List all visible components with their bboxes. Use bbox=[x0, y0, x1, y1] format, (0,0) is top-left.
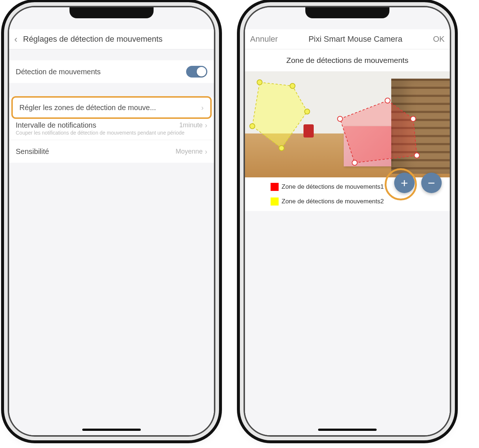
row-label: Régler les zones de détection de mouve..… bbox=[19, 103, 201, 112]
svg-point-7 bbox=[257, 80, 262, 85]
row-sensitivity[interactable]: Sensibilité Moyenne › bbox=[9, 140, 214, 163]
phone-right: Annuler Pixi Smart Mouse Camera OK Zone … bbox=[245, 7, 450, 435]
back-icon[interactable]: ‹ bbox=[14, 34, 23, 45]
highlight-circle-icon bbox=[385, 168, 417, 200]
row-label: Sensibilité bbox=[16, 147, 176, 156]
chevron-right-icon: › bbox=[201, 103, 204, 112]
home-indicator bbox=[318, 429, 377, 431]
notch bbox=[305, 7, 389, 18]
phone-left: ‹ Réglages de détection de mouvements Dé… bbox=[9, 7, 214, 435]
svg-point-11 bbox=[250, 124, 255, 129]
header-bar: ‹ Réglages de détection de mouvements bbox=[9, 29, 214, 49]
svg-point-10 bbox=[279, 146, 284, 151]
svg-point-8 bbox=[290, 83, 295, 89]
section-options: Régler les zones de détection de mouve..… bbox=[9, 98, 214, 163]
empty-area bbox=[9, 163, 214, 435]
chevron-right-icon: › bbox=[205, 147, 207, 156]
toggle-on-icon[interactable] bbox=[186, 66, 207, 78]
row-label: Intervalle de notifications bbox=[16, 121, 179, 129]
zone-polygon-2[interactable] bbox=[245, 71, 450, 177]
camera-preview[interactable] bbox=[245, 71, 450, 177]
row-value: Moyenne bbox=[176, 148, 203, 155]
page-title: Réglages de détection de mouvements bbox=[23, 34, 209, 44]
row-notification-interval[interactable]: Intervalle de notifications 1minute › Co… bbox=[9, 117, 214, 140]
row-label: Détection de mouvements bbox=[16, 68, 186, 76]
cancel-button[interactable]: Annuler bbox=[250, 34, 278, 44]
row-motion-detection[interactable]: Détection de mouvements bbox=[9, 60, 214, 83]
zone-legend-item[interactable]: Zone de détections de mouvements2 bbox=[245, 194, 450, 209]
ok-button[interactable]: OK bbox=[433, 34, 445, 44]
section-toggle: Détection de mouvements bbox=[9, 60, 214, 83]
zone-label: Zone de détections de mouvements2 bbox=[282, 198, 384, 205]
home-indicator bbox=[82, 429, 141, 431]
section-title: Zone de détections de mouvements bbox=[245, 49, 450, 71]
zone-color-swatch bbox=[271, 197, 279, 206]
zone-label: Zone de détections de mouvements1 bbox=[282, 183, 384, 191]
screen-zones: Annuler Pixi Smart Mouse Camera OK Zone … bbox=[245, 7, 450, 435]
row-subtitle: Couper les notifications de détection de… bbox=[16, 129, 185, 136]
svg-marker-6 bbox=[252, 82, 307, 148]
row-set-zones[interactable]: Régler les zones de détection de mouve..… bbox=[11, 96, 212, 119]
chevron-right-icon: › bbox=[205, 121, 207, 129]
page-title: Pixi Smart Mouse Camera bbox=[309, 34, 403, 44]
zone-color-swatch bbox=[271, 183, 279, 191]
row-value: 1minute bbox=[179, 121, 203, 129]
header-bar: Annuler Pixi Smart Mouse Camera OK bbox=[245, 29, 450, 49]
notch bbox=[69, 7, 154, 18]
svg-point-9 bbox=[305, 109, 310, 114]
screen-settings: ‹ Réglages de détection de mouvements Dé… bbox=[9, 7, 214, 435]
empty-area bbox=[245, 211, 450, 435]
remove-zone-button[interactable]: − bbox=[421, 173, 442, 193]
